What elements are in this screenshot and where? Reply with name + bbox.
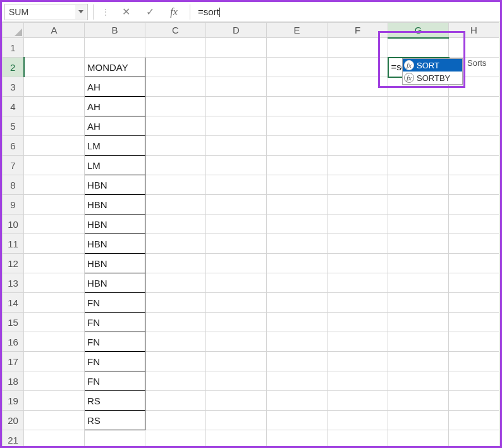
- cell-C19[interactable]: [145, 391, 206, 411]
- cell-D21[interactable]: [206, 430, 267, 449]
- cell-F11[interactable]: [328, 234, 388, 254]
- cell-H12[interactable]: [449, 254, 499, 273]
- cell-A8[interactable]: [24, 175, 85, 195]
- cell-E17[interactable]: [267, 352, 328, 371]
- cell-E9[interactable]: [267, 195, 328, 215]
- cell-B9[interactable]: HBN: [85, 195, 145, 215]
- row-header-3[interactable]: 3: [3, 77, 24, 97]
- cell-D3[interactable]: [206, 77, 267, 97]
- cell-E18[interactable]: [267, 371, 328, 391]
- row-header-19[interactable]: 19: [3, 391, 24, 411]
- cell-D16[interactable]: [206, 332, 267, 352]
- cell-H5[interactable]: [449, 116, 499, 136]
- cell-G19[interactable]: [388, 391, 449, 411]
- row-header-10[interactable]: 10: [3, 215, 24, 234]
- cell-A15[interactable]: [24, 313, 85, 332]
- cell-H15[interactable]: [449, 313, 499, 332]
- cell-H14[interactable]: [449, 293, 499, 313]
- cell-G6[interactable]: [388, 136, 449, 156]
- cell-G7[interactable]: [388, 156, 449, 175]
- cell-E1[interactable]: [267, 38, 328, 58]
- cell-D13[interactable]: [206, 273, 267, 293]
- cell-H10[interactable]: [449, 215, 499, 234]
- cell-C16[interactable]: [145, 332, 206, 352]
- col-header-E[interactable]: E: [267, 23, 328, 38]
- cell-H17[interactable]: [449, 352, 499, 371]
- cell-C9[interactable]: [145, 195, 206, 215]
- cell-A11[interactable]: [24, 234, 85, 254]
- row-header-14[interactable]: 14: [3, 293, 24, 313]
- cell-D1[interactable]: [206, 38, 267, 58]
- autocomplete-option[interactable]: fx SORT: [403, 59, 462, 72]
- cell-D4[interactable]: [206, 97, 267, 116]
- cell-H16[interactable]: [449, 332, 499, 352]
- cell-A5[interactable]: [24, 116, 85, 136]
- cell-G17[interactable]: [388, 352, 449, 371]
- formula-input[interactable]: =sort: [193, 6, 500, 18]
- cell-B17[interactable]: FN: [85, 352, 145, 371]
- cell-A21[interactable]: [24, 430, 85, 449]
- cell-C17[interactable]: [145, 352, 206, 371]
- cell-D15[interactable]: [206, 313, 267, 332]
- name-box-dropdown[interactable]: [75, 5, 87, 19]
- cell-C13[interactable]: [145, 273, 206, 293]
- cell-F1[interactable]: [328, 38, 388, 58]
- cell-D5[interactable]: [206, 116, 267, 136]
- row-header-2[interactable]: 2: [3, 58, 24, 77]
- cell-A1[interactable]: [24, 38, 85, 58]
- cell-C11[interactable]: [145, 234, 206, 254]
- cell-C20[interactable]: [145, 411, 206, 430]
- cell-D2[interactable]: [206, 58, 267, 77]
- cell-A7[interactable]: [24, 156, 85, 175]
- cell-B13[interactable]: HBN: [85, 273, 145, 293]
- cell-B3[interactable]: AH: [85, 77, 145, 97]
- cell-E3[interactable]: [267, 77, 328, 97]
- cell-E12[interactable]: [267, 254, 328, 273]
- cell-D9[interactable]: [206, 195, 267, 215]
- row-header-6[interactable]: 6: [3, 136, 24, 156]
- cell-B10[interactable]: HBN: [85, 215, 145, 234]
- autocomplete-option[interactable]: fx SORTBY: [403, 72, 462, 84]
- cell-D20[interactable]: [206, 411, 267, 430]
- cell-G18[interactable]: [388, 371, 449, 391]
- cell-A13[interactable]: [24, 273, 85, 293]
- cell-A19[interactable]: [24, 391, 85, 411]
- cell-E6[interactable]: [267, 136, 328, 156]
- cell-D10[interactable]: [206, 215, 267, 234]
- row-header-13[interactable]: 13: [3, 273, 24, 293]
- cell-C4[interactable]: [145, 97, 206, 116]
- cell-C6[interactable]: [145, 136, 206, 156]
- col-header-G[interactable]: G: [388, 23, 449, 38]
- cell-E11[interactable]: [267, 234, 328, 254]
- cell-A4[interactable]: [24, 97, 85, 116]
- cell-A3[interactable]: [24, 77, 85, 97]
- cell-B16[interactable]: FN: [85, 332, 145, 352]
- cell-F19[interactable]: [328, 391, 388, 411]
- cell-C14[interactable]: [145, 293, 206, 313]
- cell-D6[interactable]: [206, 136, 267, 156]
- cell-C10[interactable]: [145, 215, 206, 234]
- cell-F14[interactable]: [328, 293, 388, 313]
- cell-B1[interactable]: [85, 38, 145, 58]
- cell-C3[interactable]: [145, 77, 206, 97]
- cell-H6[interactable]: [449, 136, 499, 156]
- cell-H7[interactable]: [449, 156, 499, 175]
- cell-F2[interactable]: [328, 58, 388, 77]
- cell-B6[interactable]: LM: [85, 136, 145, 156]
- cell-A6[interactable]: [24, 136, 85, 156]
- cell-B2[interactable]: MONDAY: [85, 58, 145, 77]
- cell-B15[interactable]: FN: [85, 313, 145, 332]
- cell-D14[interactable]: [206, 293, 267, 313]
- row-header-15[interactable]: 15: [3, 313, 24, 332]
- cell-H18[interactable]: [449, 371, 499, 391]
- cell-F5[interactable]: [328, 116, 388, 136]
- cell-C12[interactable]: [145, 254, 206, 273]
- cell-F8[interactable]: [328, 175, 388, 195]
- accept-formula-button[interactable]: ✓: [142, 4, 158, 20]
- cell-A9[interactable]: [24, 195, 85, 215]
- cell-E8[interactable]: [267, 175, 328, 195]
- cell-E21[interactable]: [267, 430, 328, 449]
- cell-H13[interactable]: [449, 273, 499, 293]
- cell-G12[interactable]: [388, 254, 449, 273]
- row-header-5[interactable]: 5: [3, 116, 24, 136]
